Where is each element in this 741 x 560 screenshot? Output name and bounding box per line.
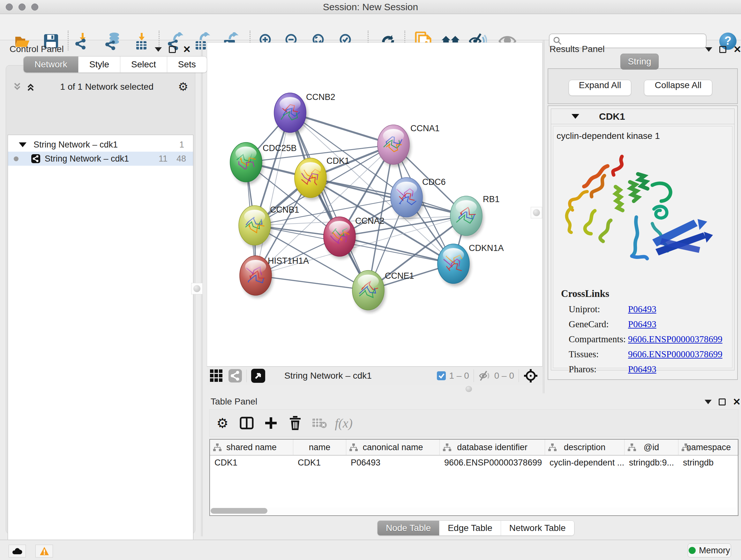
horizontal-scrollbar[interactable]: [210, 508, 737, 514]
node-RB1[interactable]: RB1: [450, 194, 500, 238]
fit-content-target-icon[interactable]: [523, 368, 538, 383]
close-window-button[interactable]: [6, 3, 13, 10]
node-HIST1H1A[interactable]: HIST1H1A: [240, 256, 309, 298]
close-panel-icon[interactable]: ✕: [183, 46, 191, 53]
tab-network[interactable]: Network: [23, 57, 78, 72]
tab-select[interactable]: Select: [120, 57, 167, 72]
node-CCNA1[interactable]: CCNA1: [378, 124, 440, 167]
string-network-graph[interactable]: CCNB2CCNA1CDC25BCDK1CDC6RB1CCNB1CCNA2CDK…: [207, 43, 542, 366]
crosslink-link[interactable]: P06493: [628, 364, 657, 374]
cell-description[interactable]: cyclin-dependent ...: [545, 455, 624, 470]
cell-@id[interactable]: stringdb:9...: [624, 455, 678, 470]
node-CCNB2[interactable]: CCNB2: [274, 92, 335, 135]
expand-all-button[interactable]: Expand All: [569, 80, 631, 96]
close-panel-icon[interactable]: ✕: [733, 398, 741, 406]
network-share-gray-icon[interactable]: [228, 369, 242, 382]
network-list-header: 1 of 1 Network selected ⚙: [8, 79, 193, 95]
column-header-database-identifier[interactable]: database identifier: [440, 440, 545, 455]
tab-string[interactable]: String: [620, 54, 659, 70]
tab-sets[interactable]: Sets: [167, 57, 207, 72]
network-collection-row[interactable]: String Network – cdk1 1: [8, 138, 193, 152]
column-header-@id[interactable]: @id: [624, 440, 678, 455]
node-CDC6[interactable]: CDC6: [391, 177, 446, 220]
cell-database-identifier[interactable]: 9606.ENSP00000378699: [440, 455, 545, 470]
gene-card-body: cyclin-dependent kinase 1: [553, 126, 732, 368]
bar-separator: [474, 369, 474, 382]
cloud-icon: [12, 547, 23, 555]
cell-canonical-name[interactable]: P06493: [346, 455, 440, 470]
cell-name[interactable]: CDK1: [293, 455, 346, 470]
crosslinks-title: CrossLinks: [561, 288, 732, 300]
crosslink-link[interactable]: 9606.ENSP00000378699: [628, 334, 723, 345]
selected-checkbox-icon[interactable]: [437, 371, 446, 380]
collapse-panel-icon[interactable]: [704, 400, 712, 404]
network-node-count: 11: [158, 154, 167, 164]
delete-column-trash-icon[interactable]: [286, 414, 305, 433]
main-toolbar: ?: [0, 14, 741, 40]
tab-edge-table[interactable]: Edge Table: [440, 521, 501, 536]
network-canvas[interactable]: CCNB2CCNA1CDC25BCDK1CDC6RB1CCNB1CCNA2CDK…: [207, 43, 542, 367]
cell-namespace[interactable]: stringdb: [678, 455, 739, 470]
horizontal-splitter-grabber[interactable]: [466, 386, 472, 392]
crosslink-link[interactable]: 9606.ENSP00000378699: [628, 349, 723, 360]
hidden-eye-slash-icon[interactable]: [478, 371, 491, 381]
network-selection-status: 1 of 1 Network selected: [36, 82, 178, 92]
table-row[interactable]: CDK1CDK1P064939606.ENSP00000378699cyclin…: [210, 455, 738, 470]
gene-card-header[interactable]: CDK1: [551, 109, 734, 124]
node-CDK1[interactable]: CDK1: [294, 156, 349, 200]
float-panel-icon[interactable]: [719, 46, 726, 53]
column-type-icon: [548, 443, 556, 451]
results-panel-title: Results Panel: [549, 44, 605, 54]
collapse-panel-icon[interactable]: [155, 47, 162, 52]
create-column-plus-icon[interactable]: [261, 414, 280, 433]
node-CCNE1[interactable]: CCNE1: [352, 270, 414, 313]
node-CDKN1A[interactable]: CDKN1A: [437, 243, 504, 286]
table-options-gear-icon[interactable]: ⚙: [213, 414, 232, 433]
float-panel-icon[interactable]: [169, 46, 176, 53]
crosslink-link[interactable]: P06493: [628, 304, 657, 314]
node-CDC25B[interactable]: CDC25B: [230, 142, 297, 185]
zoom-window-button[interactable]: [31, 3, 38, 10]
network-list-options-gear-icon[interactable]: ⚙: [178, 80, 188, 94]
show-columns-icon[interactable]: [237, 414, 256, 433]
warning-button[interactable]: [36, 545, 53, 557]
left-splitter-grabber[interactable]: [191, 283, 203, 294]
bar-separator: [246, 369, 247, 382]
scrollbar-thumb[interactable]: [211, 508, 267, 514]
collection-label: String Network – cdk1: [33, 140, 118, 150]
table-header-row: shared namenamecanonical namedatabase id…: [210, 440, 738, 455]
network-row-selected[interactable]: String Network – cdk1 11 48: [8, 152, 193, 166]
cell-shared-name[interactable]: CDK1: [210, 455, 293, 470]
column-header-description[interactable]: description: [545, 440, 624, 455]
gene-expander-icon[interactable]: [571, 114, 579, 119]
hidden-counter: 0 – 0: [494, 371, 514, 381]
expand-all-chevron-icon[interactable]: [12, 82, 22, 91]
column-header-canonical-name[interactable]: canonical name: [346, 440, 440, 455]
grid-view-icon[interactable]: [209, 369, 223, 383]
right-splitter-grabber[interactable]: [531, 207, 542, 219]
collapse-all-button[interactable]: Collapse All: [644, 80, 712, 96]
collapse-all-chevron-icon[interactable]: [25, 82, 36, 91]
column-header-namespace[interactable]: namespace: [678, 440, 739, 455]
right-splitter[interactable]: [543, 40, 544, 393]
column-header-name[interactable]: name: [293, 440, 346, 455]
memory-button[interactable]: Memory: [688, 543, 731, 557]
table-toolbar: ⚙ f(x): [209, 409, 738, 437]
tab-style[interactable]: Style: [78, 57, 120, 72]
tab-network-table[interactable]: Network Table: [501, 521, 574, 536]
collapse-panel-icon[interactable]: [705, 47, 712, 52]
float-panel-icon[interactable]: [719, 398, 726, 406]
tab-node-table[interactable]: Node Table: [378, 521, 440, 536]
close-panel-icon[interactable]: ✕: [733, 46, 741, 53]
collection-expander-icon[interactable]: [19, 142, 26, 147]
birds-eye-view-icon[interactable]: [251, 369, 265, 383]
memory-status-dot: [689, 547, 696, 554]
gene-description: cyclin-dependent kinase 1: [556, 131, 732, 141]
network-share-icon: [31, 154, 40, 163]
crosslink-link[interactable]: P06493: [628, 319, 657, 329]
cloud-button[interactable]: [9, 545, 26, 557]
minimize-window-button[interactable]: [18, 3, 25, 10]
edge-CCNB2-HIST1H1A[interactable]: [256, 113, 290, 275]
column-header-shared-name[interactable]: shared name: [210, 440, 293, 455]
crosslink-label: GeneCard:: [569, 319, 628, 329]
